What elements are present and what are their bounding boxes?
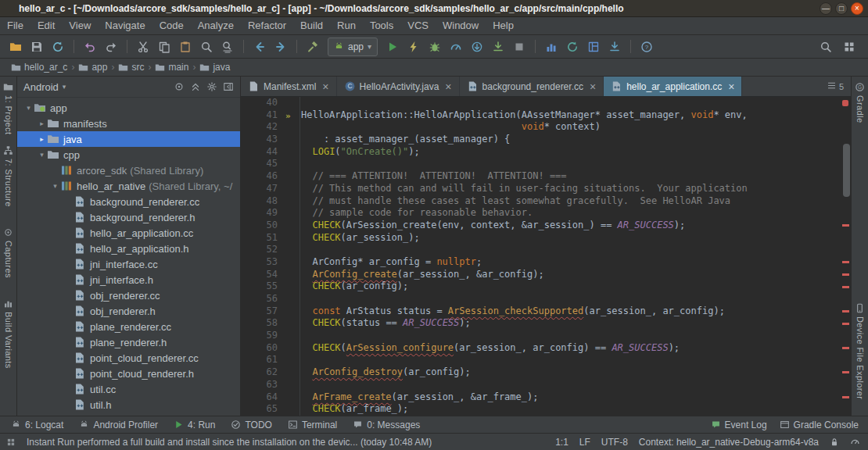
toolstrip-device-file-explorer[interactable]: Device File Explorer xyxy=(855,301,865,402)
tree-item-java[interactable]: ▸java xyxy=(17,131,240,147)
toolbar-build-button[interactable] xyxy=(303,38,322,56)
toolbar-back-button[interactable] xyxy=(250,38,269,56)
menu-refactor[interactable]: Refactor xyxy=(241,17,293,34)
toolbar-paste-button[interactable] xyxy=(176,38,195,56)
tree-item-util-cc[interactable]: util.cc xyxy=(17,381,240,397)
menu-navigate[interactable]: Navigate xyxy=(98,17,152,34)
tree-item-point-cloud-renderer-cc[interactable]: point_cloud_renderer.cc xyxy=(17,350,240,366)
breadcrumb-main[interactable]: main xyxy=(155,62,188,73)
toolwindow-android-profiler[interactable]: Android Profiler xyxy=(79,420,158,430)
project-locate-button[interactable] xyxy=(174,81,185,92)
line-separator-indicator[interactable]: LF xyxy=(579,437,590,448)
toolstrip-build-variants[interactable]: Build Variants xyxy=(3,296,13,371)
toolstrip-captures[interactable]: Captures xyxy=(3,225,13,280)
caret-position[interactable]: 1:1 xyxy=(555,437,569,448)
editor-scrollbar[interactable] xyxy=(843,144,850,197)
tree-item-obj-renderer-cc[interactable]: obj_renderer.cc xyxy=(17,288,240,303)
toolbar-help-button[interactable]: ? xyxy=(637,38,656,56)
toolbar-sync-button[interactable] xyxy=(48,38,67,56)
menu-edit[interactable]: Edit xyxy=(30,17,62,34)
menu-build[interactable]: Build xyxy=(293,17,330,34)
tree-item-hello-ar-application-cc[interactable]: hello_ar_application.cc xyxy=(17,225,240,241)
menu-analyze[interactable]: Analyze xyxy=(191,17,241,34)
toolbar-stop-button[interactable] xyxy=(510,38,529,56)
expand-arrow-icon[interactable]: ▸ xyxy=(37,120,47,127)
toolbar-sdk-manager-button[interactable] xyxy=(605,38,624,56)
toolbar-apply-changes-button[interactable] xyxy=(404,38,423,56)
close-icon[interactable]: × xyxy=(590,81,596,92)
expand-arrow-icon[interactable]: ▾ xyxy=(23,104,34,112)
breadcrumb-java[interactable]: java xyxy=(199,62,230,73)
maximize-button[interactable]: □ xyxy=(835,2,848,15)
run-config-dropdown[interactable]: app▾ xyxy=(328,38,378,56)
toolbar-tool-windows-button[interactable] xyxy=(840,38,859,56)
toolbar-install-button[interactable] xyxy=(489,38,508,56)
tree-item-cpp[interactable]: ▾cpp xyxy=(17,147,240,162)
toolbar-undo-button[interactable] xyxy=(81,38,99,56)
toolbar-forward-button[interactable] xyxy=(271,38,290,56)
menu-window[interactable]: Window xyxy=(436,17,486,34)
tree-item-plane-renderer-h[interactable]: plane_renderer.h xyxy=(17,334,240,350)
editor-tab-helloaractivity-java[interactable]: CHelloArActivity.java× xyxy=(337,77,460,96)
tree-item-plane-renderer-cc[interactable]: plane_renderer.cc xyxy=(17,319,240,334)
toolstrip-7-structure[interactable]: 7: Structure xyxy=(3,143,13,209)
menu-run[interactable]: Run xyxy=(330,17,363,34)
toolwindow-switcher-icon[interactable] xyxy=(6,438,16,447)
tree-item-jni-interface-cc[interactable]: jni_interface.cc xyxy=(17,256,240,272)
tree-item-jni-interface-h[interactable]: jni_interface.h xyxy=(17,272,240,288)
tree-item-obj-renderer-h[interactable]: obj_renderer.h xyxy=(17,303,240,319)
expand-arrow-icon[interactable]: ▾ xyxy=(50,182,60,190)
tree-item-arcore-sdk[interactable]: arcore_sdk (Shared Library) xyxy=(17,162,240,178)
expand-arrow-icon[interactable]: ▸ xyxy=(37,135,47,143)
editor-tab-hello-ar-application-cc[interactable]: hello_ar_application.cc× xyxy=(604,77,742,96)
toolbar-cut-button[interactable] xyxy=(134,38,152,56)
tree-item-hello-ar-native[interactable]: ▾hello_ar_native (Shared Library, ~/ xyxy=(17,178,240,194)
editor-code-area[interactable]: 4041424344454647484950515253545556575859… xyxy=(241,97,851,416)
editor-tab-background-renderer-cc[interactable]: background_renderer.cc× xyxy=(460,77,604,96)
tree-item-point-cloud-renderer-h[interactable]: point_cloud_renderer.h xyxy=(17,366,240,381)
menu-tools[interactable]: Tools xyxy=(363,17,400,34)
project-collapse-button[interactable] xyxy=(190,81,201,92)
menu-view[interactable]: View xyxy=(62,17,98,34)
toolbar-open-button[interactable] xyxy=(6,38,25,56)
toolbar-search-everywhere-button[interactable] xyxy=(816,38,835,56)
toolbar-find-button[interactable] xyxy=(197,38,216,56)
toolwindow-4-run[interactable]: 4: Run xyxy=(174,420,215,430)
toolwindow-0-messages[interactable]: 0: Messages xyxy=(353,420,420,430)
hidden-tabs-dropdown[interactable]: 5 xyxy=(827,77,851,96)
close-icon[interactable]: × xyxy=(728,81,734,92)
project-hide-button[interactable] xyxy=(223,81,234,92)
toolstrip-gradle[interactable]: GGradle xyxy=(855,80,865,125)
toolbar-profile-button[interactable] xyxy=(447,38,465,56)
tree-item-hello-ar-application-h[interactable]: hello_ar_application.h xyxy=(17,241,240,256)
toolwindow-gradle-console[interactable]: Gradle Console xyxy=(780,420,859,430)
breadcrumb-hello-ar-c[interactable]: hello_ar_c xyxy=(11,62,67,73)
toolbar-sync-gradle-button[interactable] xyxy=(563,38,582,56)
toolbar-attach-debugger-button[interactable] xyxy=(468,38,486,56)
toolbar-copy-button[interactable] xyxy=(155,38,174,56)
breadcrumb-src[interactable]: src xyxy=(118,62,144,73)
toolwindow-6-logcat[interactable]: 6: Logcat xyxy=(11,420,63,430)
tree-item-app[interactable]: ▾app xyxy=(17,100,240,116)
toolstrip-1-project[interactable]: 1: Project xyxy=(3,80,13,137)
toolbar-save-all-button[interactable] xyxy=(27,38,46,56)
breadcrumb-app[interactable]: app xyxy=(78,62,107,73)
toolbar-redo-button[interactable] xyxy=(102,38,120,56)
toolbar-debug-button[interactable] xyxy=(425,38,444,56)
toolwindow-terminal[interactable]: Terminal xyxy=(288,420,337,430)
toolbar-replace-button[interactable] xyxy=(218,38,237,56)
menu-file[interactable]: File xyxy=(0,17,30,34)
tree-item-background-renderer-h[interactable]: background_renderer.h xyxy=(17,209,240,225)
toolwindow-todo[interactable]: TODO xyxy=(231,420,271,430)
toolwindow-event-log[interactable]: Event Log xyxy=(711,420,767,430)
tree-item-util-h[interactable]: util.h xyxy=(17,397,240,412)
close-button[interactable]: × xyxy=(851,2,863,15)
minimize-button[interactable]: — xyxy=(820,2,832,15)
tree-item-background-renderer-cc[interactable]: background_renderer.cc xyxy=(17,194,240,209)
toolbar-profiler-button[interactable] xyxy=(542,38,561,56)
tree-item-manifests[interactable]: ▸manifests xyxy=(17,116,240,131)
menu-code[interactable]: Code xyxy=(152,17,191,34)
project-gear-button[interactable] xyxy=(206,81,217,92)
toolbar-layout-editor-button[interactable] xyxy=(584,38,603,56)
menu-vcs[interactable]: VCS xyxy=(400,17,436,34)
